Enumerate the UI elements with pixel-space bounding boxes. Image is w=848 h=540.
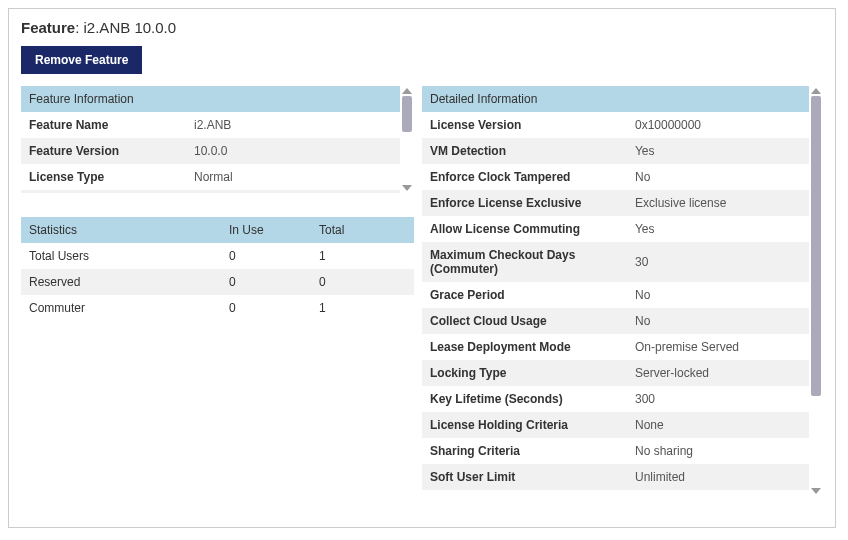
detail-label: Allow License Commuting	[430, 222, 635, 236]
feature-info-header: Feature Information	[21, 86, 400, 112]
feature-info-rows: Feature Name i2.ANB Feature Version 10.0…	[21, 112, 400, 193]
detail-label: Maximum Checkout Days (Commuter)	[430, 248, 635, 276]
page-title: Feature: i2.ANB 10.0.0	[21, 19, 823, 36]
detail-label: Sharing Criteria	[430, 444, 635, 458]
feature-info-panel: Feature Information Feature Name i2.ANB …	[21, 86, 414, 193]
stats-header-inuse: In Use	[229, 223, 319, 237]
detailed-info-header: Detailed Information	[422, 86, 809, 112]
page-title-value: i2.ANB 10.0.0	[84, 19, 177, 36]
table-row: Soft User Limit Unlimited	[422, 464, 809, 490]
right-column: Detailed Information License Version 0x1…	[422, 86, 823, 496]
page-container: Feature: i2.ANB 10.0.0 Remove Feature Fe…	[8, 8, 836, 528]
license-type-label: License Type	[29, 170, 194, 184]
detail-value: Unlimited	[635, 470, 801, 484]
stats-label: Commuter	[29, 301, 229, 315]
statistics-header: Statistics In Use Total	[21, 217, 414, 243]
feature-info-scrollbar[interactable]	[400, 86, 414, 193]
detail-label: Enforce Clock Tampered	[430, 170, 635, 184]
scroll-down-icon[interactable]	[811, 488, 821, 494]
page-title-sep: :	[75, 19, 83, 36]
detail-value: On-premise Served	[635, 340, 801, 354]
scroll-down-icon[interactable]	[402, 185, 412, 191]
table-row: Sharing Criteria No sharing	[422, 438, 809, 464]
stats-total: 1	[319, 249, 409, 263]
table-row: Locking Type Server-locked	[422, 360, 809, 386]
table-row: Enforce License Exclusive Exclusive lice…	[422, 190, 809, 216]
stats-inuse: 0	[229, 275, 319, 289]
table-row: Reserved 0 0	[21, 269, 414, 295]
stats-inuse: 0	[229, 301, 319, 315]
table-row: License Version 0x10000000	[422, 112, 809, 138]
stats-total: 1	[319, 301, 409, 315]
scroll-thumb[interactable]	[811, 96, 821, 396]
detail-value: Yes	[635, 222, 801, 236]
detail-label: Key Lifetime (Seconds)	[430, 392, 635, 406]
feature-version-label: Feature Version	[29, 144, 194, 158]
table-row: Key Lifetime (Seconds) 300	[422, 386, 809, 412]
detailed-info-scrollbar[interactable]	[809, 86, 823, 496]
table-row: Maximum Checkout Days (Commuter) 30	[422, 242, 809, 282]
stats-header-total: Total	[319, 223, 409, 237]
page-title-label: Feature	[21, 19, 75, 36]
scroll-track[interactable]	[402, 96, 412, 183]
detail-value: None	[635, 418, 801, 432]
table-row: Total Users 0 1	[21, 243, 414, 269]
table-row: Collect Cloud Usage No	[422, 308, 809, 334]
detail-label: Locking Type	[430, 366, 635, 380]
scroll-up-icon[interactable]	[402, 88, 412, 94]
statistics-panel: Statistics In Use Total Total Users 0 1 …	[21, 217, 414, 321]
feature-version-value: 10.0.0	[194, 144, 392, 158]
detail-value: 300	[635, 392, 801, 406]
remove-feature-button[interactable]: Remove Feature	[21, 46, 142, 74]
table-row: License Holding Criteria None	[422, 412, 809, 438]
table-row: Standalone License No	[422, 490, 809, 496]
detail-value: No	[635, 288, 801, 302]
detail-value: No sharing	[635, 444, 801, 458]
detail-value: 30	[635, 255, 801, 269]
detail-label: Soft User Limit	[430, 470, 635, 484]
table-row: License Type Normal	[21, 164, 400, 190]
detail-label: Enforce License Exclusive	[430, 196, 635, 210]
stats-label: Reserved	[29, 275, 229, 289]
detail-label: License Version	[430, 118, 635, 132]
detailed-info-rows: License Version 0x10000000 VM Detection …	[422, 112, 809, 496]
detail-value: 0x10000000	[635, 118, 801, 132]
table-row: VM Detection Yes	[422, 138, 809, 164]
detail-value: No	[635, 170, 801, 184]
stats-total: 0	[319, 275, 409, 289]
detail-value: Exclusive license	[635, 196, 801, 210]
table-row: Feature Name i2.ANB	[21, 112, 400, 138]
stats-label: Total Users	[29, 249, 229, 263]
detail-label: Lease Deployment Mode	[430, 340, 635, 354]
feature-name-label: Feature Name	[29, 118, 194, 132]
detail-value: No	[635, 314, 801, 328]
left-column: Feature Information Feature Name i2.ANB …	[21, 86, 414, 496]
scroll-track[interactable]	[811, 96, 821, 486]
detail-value: Yes	[635, 144, 801, 158]
detail-label: VM Detection	[430, 144, 635, 158]
table-row: Enforce Clock Tampered No	[422, 164, 809, 190]
license-type-value: Normal	[194, 170, 392, 184]
table-row: Grace Period No	[422, 282, 809, 308]
detail-label: License Holding Criteria	[430, 418, 635, 432]
detail-label: Grace Period	[430, 288, 635, 302]
detail-label: Collect Cloud Usage	[430, 314, 635, 328]
stats-header-name: Statistics	[29, 223, 229, 237]
scroll-up-icon[interactable]	[811, 88, 821, 94]
table-row: Start Date License has no start date.	[21, 190, 400, 193]
detailed-info-panel: Detailed Information License Version 0x1…	[422, 86, 823, 496]
table-row: Commuter 0 1	[21, 295, 414, 321]
columns: Feature Information Feature Name i2.ANB …	[21, 86, 823, 496]
scroll-thumb[interactable]	[402, 96, 412, 132]
feature-name-value: i2.ANB	[194, 118, 392, 132]
detail-value: Server-locked	[635, 366, 801, 380]
table-row: Feature Version 10.0.0	[21, 138, 400, 164]
stats-inuse: 0	[229, 249, 319, 263]
table-row: Lease Deployment Mode On-premise Served	[422, 334, 809, 360]
table-row: Allow License Commuting Yes	[422, 216, 809, 242]
